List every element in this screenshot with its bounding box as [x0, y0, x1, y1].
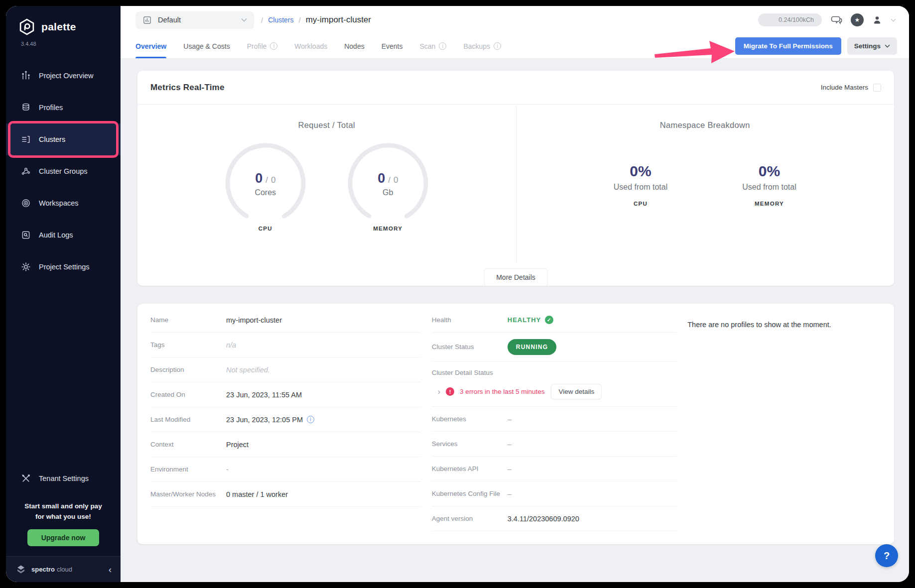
breadcrumb: / Clusters / my-import-cluster	[261, 15, 371, 25]
check-icon: ✓	[545, 316, 553, 324]
sidebar-item-project-overview[interactable]: Project Overview	[6, 60, 121, 92]
settings-button[interactable]: Settings	[847, 37, 897, 55]
info-icon[interactable]: i	[439, 42, 446, 50]
cpu-unit: Cores	[223, 188, 308, 197]
content: Metrics Real-Time Include Masters Reques…	[121, 59, 909, 582]
tab-workloads[interactable]: Workloads	[294, 34, 327, 58]
sidebar-item-label: Clusters	[39, 135, 65, 143]
running-status-badge: RUNNING	[508, 339, 556, 355]
details-middle-column: Health HEALTHY ✓ Cluster Status RUNNING …	[432, 308, 676, 531]
breadcrumb-current: my-import-cluster	[306, 15, 371, 25]
metrics-realtime-card: Metrics Real-Time Include Masters Reques…	[137, 71, 894, 286]
profiles-empty-message: There are no profiles to show at the mom…	[687, 308, 903, 329]
sidebar-item-audit-logs[interactable]: Audit Logs	[6, 219, 121, 251]
cluster-tabs: Overview Usage & Costs Profilei Workload…	[135, 34, 518, 58]
request-total-section: Request / Total 0 / 0	[137, 105, 516, 286]
sidebar-item-tenant-settings[interactable]: Tenant Settings	[6, 463, 121, 494]
user-menu-button[interactable]	[872, 14, 883, 25]
tab-backups[interactable]: Backupsi	[463, 34, 501, 58]
sidebar-footer: spectro cloud ‹	[6, 556, 121, 582]
clusters-icon	[21, 134, 31, 144]
collapse-sidebar-icon[interactable]: ‹	[109, 565, 112, 574]
sidebar-item-cluster-groups[interactable]: Cluster Groups	[6, 155, 121, 187]
detail-row-agent-version: Agent version 3.4.11/20230609.0920	[432, 506, 676, 531]
namespace-memory-stat: 0% Used from total MEMORY	[742, 163, 796, 207]
star-icon: ★	[851, 13, 864, 26]
chevron-down-icon	[885, 44, 890, 48]
error-summary-text: 3 errors in the last 5 minutes	[460, 388, 544, 395]
network-icon	[21, 166, 31, 176]
tab-nodes[interactable]: Nodes	[344, 34, 364, 58]
sidebar-item-label: Workspaces	[39, 199, 79, 207]
breadcrumb-clusters-link[interactable]: Clusters	[268, 16, 293, 24]
divider	[516, 107, 517, 263]
main-area: Default / Clusters / my-import-cluster 0…	[121, 6, 909, 582]
sidebar-item-clusters[interactable]: Clusters	[6, 123, 121, 155]
include-masters-checkbox[interactable]	[873, 84, 881, 92]
chart-icon	[21, 71, 31, 81]
details-right-column: There are no profiles to show at the mom…	[687, 308, 903, 531]
usage-quota-badge: 0.24/100kCh	[758, 13, 822, 26]
memory-gauge: 0 / 0 Gb MEMORY	[346, 141, 430, 232]
detail-row-name: Name my-import-cluster	[150, 308, 421, 333]
detail-row-kubernetes-config: Kubernetes Config File –	[432, 481, 676, 506]
chat-button[interactable]	[830, 14, 843, 26]
memory-caption: MEMORY	[346, 226, 430, 232]
error-summary-row: › ! 3 errors in the last 5 minutes View …	[432, 384, 676, 399]
tab-profile[interactable]: Profilei	[247, 34, 278, 58]
detail-row-tags: Tags n/a	[150, 333, 421, 357]
namespace-memory-value: 0%	[742, 163, 796, 180]
detail-row-kubernetes-api: Kubernetes API –	[432, 457, 676, 481]
more-details-button[interactable]: More Details	[484, 268, 548, 286]
tab-scan[interactable]: Scani	[420, 34, 447, 58]
help-button[interactable]: ?	[875, 544, 898, 567]
cluster-detail-status-block: Cluster Detail Status › ! 3 errors in th…	[432, 361, 676, 407]
detail-row-kubernetes: Kubernetes –	[432, 407, 676, 432]
detail-row-created-on: Created On 23 Jun, 2023, 11:55 AM	[150, 382, 421, 407]
footer-brand: spectro	[31, 566, 55, 573]
info-icon[interactable]: i	[270, 42, 277, 50]
include-masters-label: Include Masters	[821, 84, 868, 91]
breadcrumb-separator: /	[299, 16, 301, 24]
promo-line-2: for what you use!	[35, 513, 91, 520]
sidebar-item-profiles[interactable]: Profiles	[6, 92, 121, 123]
expand-chevron-icon[interactable]: ›	[438, 388, 440, 396]
tab-overview[interactable]: Overview	[135, 34, 166, 58]
app-window: palette 3.4.48 Project Overview	[6, 6, 909, 582]
include-masters-control: Include Masters	[821, 84, 881, 92]
brand: palette	[6, 6, 121, 36]
tools-icon	[21, 473, 31, 483]
tab-usage-costs[interactable]: Usage & Costs	[183, 34, 230, 58]
sidebar-item-label: Profiles	[39, 104, 63, 112]
cluster-details-card: Name my-import-cluster Tags n/a Descript…	[137, 304, 894, 544]
project-selector[interactable]: Default	[135, 11, 254, 29]
memory-request-value: 0	[378, 171, 385, 186]
info-icon[interactable]: i	[494, 42, 501, 50]
upgrade-now-button[interactable]: Upgrade now	[27, 529, 100, 546]
user-chevron-down-icon[interactable]	[891, 18, 896, 22]
sidebar-item-label: Project Overview	[39, 72, 94, 80]
view-details-button[interactable]: View details	[551, 384, 602, 399]
request-total-title: Request / Total	[298, 120, 355, 130]
project-selector-value: Default	[158, 16, 181, 24]
footer-brand-secondary: cloud	[57, 566, 72, 573]
cpu-request-value: 0	[255, 171, 262, 186]
promo-line-1: Start small and only pay	[24, 502, 102, 510]
app-version: 3.4.48	[6, 36, 121, 47]
project-icon	[142, 15, 152, 25]
cpu-total-value: 0	[271, 175, 275, 185]
namespace-cpu-stat: 0% Used from total CPU	[614, 163, 667, 207]
audit-logs-icon	[21, 230, 31, 240]
tab-events[interactable]: Events	[382, 34, 403, 58]
palette-logo-icon	[18, 18, 36, 36]
chevron-down-icon	[241, 18, 247, 22]
notifications-button[interactable]: ★	[851, 13, 864, 26]
brand-name: palette	[41, 21, 76, 33]
sidebar-item-workspaces[interactable]: Workspaces	[6, 187, 121, 219]
sidebar-item-project-settings[interactable]: Project Settings	[6, 251, 121, 283]
namespace-breakdown-section: Namespace Breakdown 0% Used from total C…	[516, 105, 895, 286]
layers-icon	[21, 103, 31, 113]
migrate-to-full-permissions-button[interactable]: Migrate To Full Permissions	[735, 37, 841, 55]
info-icon[interactable]: i	[307, 416, 314, 423]
namespace-title: Namespace Breakdown	[660, 120, 750, 130]
